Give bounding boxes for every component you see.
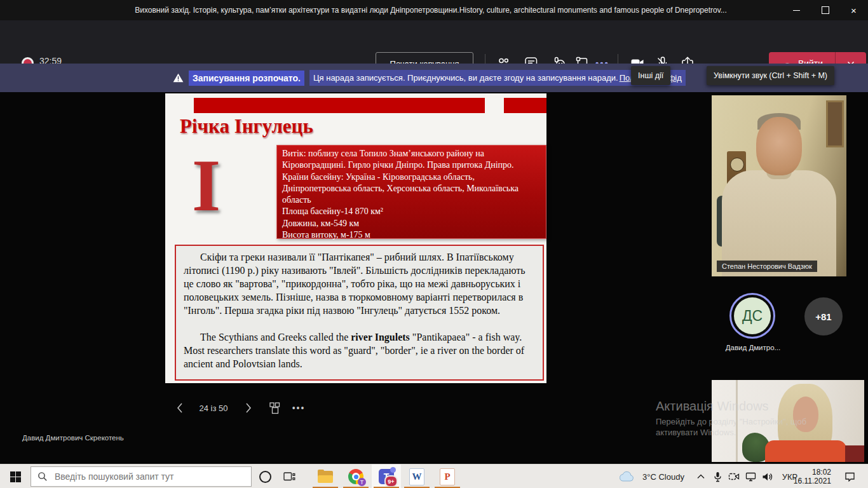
task-view-button[interactable] bbox=[277, 464, 301, 488]
cortana-button[interactable] bbox=[253, 464, 277, 488]
taskbar: T T 9+ W P 3°C Cloudy bbox=[0, 464, 868, 488]
slide-dropcap: І bbox=[192, 154, 220, 217]
meet-now-icon bbox=[728, 472, 740, 481]
taskbar-teams[interactable]: T 9+ bbox=[372, 464, 401, 488]
chevron-right-icon bbox=[245, 403, 252, 413]
tray-volume[interactable] bbox=[759, 464, 776, 488]
file-explorer-icon bbox=[318, 471, 333, 483]
cloud-icon bbox=[618, 471, 635, 482]
cortana-icon bbox=[259, 471, 271, 483]
tray-time: 18:02 bbox=[812, 468, 831, 477]
maximize-button[interactable] bbox=[811, 0, 839, 20]
paragraph-ukrainian: Скіфи та греки називали її "Пантікапея" … bbox=[184, 250, 535, 317]
network-icon bbox=[745, 472, 756, 482]
warning-icon bbox=[173, 73, 184, 83]
info-line: Витік: поблизу села Топило Знам’янського… bbox=[282, 148, 541, 172]
avatar-initials: ДС bbox=[734, 297, 771, 334]
meeting-stage: Річка Інгулець І Витік: поблизу села Топ… bbox=[0, 92, 868, 464]
banner-body-text: Ця нарада записується. Приєднуючись, ви … bbox=[309, 70, 620, 86]
banner-bold-text: Записування розпочато. bbox=[189, 71, 304, 86]
search-input[interactable] bbox=[53, 471, 245, 482]
tooltip-more-actions: Інші дії bbox=[631, 66, 670, 85]
tray-microphone[interactable] bbox=[709, 464, 726, 488]
teams-icon: T 9+ bbox=[379, 469, 394, 484]
tray-date: 16.11.2021 bbox=[794, 477, 831, 485]
chevron-up-icon bbox=[697, 474, 705, 479]
slide-more-button[interactable]: ••• bbox=[289, 400, 308, 416]
maximize-icon bbox=[822, 6, 829, 14]
powerpoint-icon: P bbox=[440, 468, 455, 485]
taskbar-clock[interactable]: 18:02 16.11.2021 bbox=[794, 464, 831, 488]
minimize-button[interactable] bbox=[782, 0, 811, 20]
slide-top-bar bbox=[194, 98, 485, 113]
word-icon: W bbox=[409, 468, 424, 485]
info-line: Довжина, км-549 км bbox=[282, 218, 541, 229]
taskbar-search[interactable] bbox=[31, 466, 252, 487]
participant-name-label: Степан Несторович Вадзюк bbox=[717, 261, 817, 272]
info-line: Площа басейну-14 870 км² bbox=[282, 206, 541, 217]
chrome-profile-badge: T bbox=[358, 478, 366, 486]
taskbar-word[interactable]: W bbox=[402, 464, 431, 488]
close-button[interactable]: × bbox=[839, 0, 868, 20]
chevron-left-icon bbox=[177, 403, 183, 413]
taskbar-file-explorer[interactable] bbox=[311, 464, 340, 488]
tray-expand-button[interactable] bbox=[693, 464, 709, 488]
mic-icon bbox=[713, 471, 722, 482]
participant-avatar[interactable]: ДС bbox=[729, 293, 775, 339]
info-line: Висота витоку, м-175 м bbox=[282, 229, 541, 241]
teams-icon-dot bbox=[390, 467, 396, 473]
watermark-title: Активація Windows bbox=[656, 399, 806, 414]
search-icon bbox=[37, 471, 48, 482]
speaker-icon bbox=[762, 472, 773, 482]
next-slide-button[interactable] bbox=[241, 400, 255, 416]
prev-slide-button[interactable] bbox=[173, 400, 187, 416]
grid-view-icon bbox=[268, 401, 282, 415]
teams-notification-badge: 9+ bbox=[384, 475, 398, 487]
watermark-line: Перейдіть до розділу "Настройки", щоб bbox=[656, 416, 806, 427]
participants-overflow-badge[interactable]: +81 bbox=[804, 297, 843, 336]
action-center-icon bbox=[844, 471, 855, 482]
window-title: Виховний захід. Історія, культура, пам’я… bbox=[89, 0, 773, 20]
weather-text[interactable]: 3°C Cloudy bbox=[638, 464, 689, 488]
weather-icon-button[interactable] bbox=[615, 464, 638, 488]
info-line: Країни басейну: Україна - Кіровоградська… bbox=[282, 172, 541, 207]
sofa-decor bbox=[845, 445, 864, 462]
more-icon: ••• bbox=[292, 403, 306, 413]
windows-activation-watermark: Активація Windows Перейдіть до розділу "… bbox=[656, 399, 806, 438]
action-center-button[interactable] bbox=[839, 464, 860, 488]
meeting-toolbar: 32:59 Почати керування ••• bbox=[0, 20, 868, 64]
tooltip-unmute: Увімкнути звук (Ctrl + Shift + M) bbox=[707, 66, 834, 85]
paragraph-english: The Scythians and Greeks called the rive… bbox=[184, 330, 535, 370]
close-icon: × bbox=[851, 6, 857, 15]
windows-logo-icon bbox=[10, 471, 21, 482]
chrome-icon: T bbox=[348, 469, 363, 484]
minimize-icon bbox=[793, 10, 800, 11]
participant-body bbox=[765, 440, 846, 462]
slide-textbox: Скіфи та греки називали її "Пантікапея" … bbox=[175, 245, 544, 381]
slide-top-bar-right bbox=[504, 98, 546, 113]
start-button[interactable] bbox=[0, 464, 31, 488]
slide-navigation: 24 із 50 ••• bbox=[0, 397, 381, 423]
presenter-name-label: Давид Дмитрович Скрекотень bbox=[22, 434, 124, 442]
speaker-head bbox=[756, 117, 802, 175]
slide-page-indicator: 24 із 50 bbox=[194, 400, 233, 416]
slide-infobox: Витік: поблизу села Топило Знам’янського… bbox=[276, 145, 546, 239]
participant-name-label: Давид Дмитро... bbox=[715, 344, 790, 351]
taskbar-chrome[interactable]: T bbox=[341, 464, 370, 488]
slide-grid-button[interactable] bbox=[267, 400, 283, 416]
video-tile-speaker[interactable]: Степан Несторович Вадзюк bbox=[712, 95, 846, 276]
picture-frame-decor bbox=[826, 100, 844, 147]
window-titlebar: Виховний захід. Історія, культура, пам’я… bbox=[0, 0, 868, 20]
taskbar-powerpoint[interactable]: P bbox=[433, 464, 462, 488]
tray-network[interactable] bbox=[742, 464, 759, 488]
shared-slide: Річка Інгулець І Витік: поблизу села Топ… bbox=[165, 93, 546, 383]
tray-meet-now[interactable] bbox=[726, 464, 742, 488]
task-view-icon bbox=[283, 471, 295, 482]
watermark-line: активувати Windows. bbox=[656, 427, 806, 438]
slide-title: Річка Інгулець bbox=[180, 115, 313, 138]
